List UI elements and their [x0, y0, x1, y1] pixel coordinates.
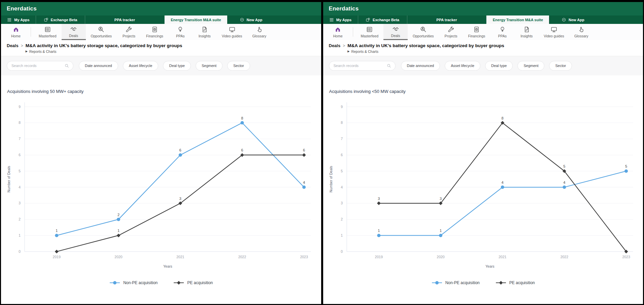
- nav-item-label: Video guides: [544, 34, 564, 38]
- search-box[interactable]: [7, 61, 73, 71]
- svg-text:6: 6: [303, 148, 305, 152]
- search-input[interactable]: [11, 63, 64, 68]
- nav-item-label: Opportunities: [413, 34, 434, 38]
- filter-pill-sector[interactable]: Sector: [549, 61, 572, 71]
- app-tab-my-apps[interactable]: My Apps: [323, 15, 358, 24]
- exchange-icon: [44, 18, 48, 22]
- svg-text:8: 8: [19, 121, 21, 125]
- filter-pill-date-announced[interactable]: Date announced: [401, 61, 440, 71]
- svg-text:0: 0: [341, 249, 343, 253]
- home-icon: [334, 26, 341, 33]
- reports-charts-toggle[interactable]: ▶ Reports & Charts: [26, 49, 182, 54]
- app-tab-label: Exchange Beta: [373, 18, 399, 22]
- nav-item-insights[interactable]: Insights: [514, 24, 539, 40]
- nav-item-label: Opportunities: [91, 34, 112, 38]
- nav-item-label: Masterfeed: [39, 34, 57, 38]
- app-tab-label: My Apps: [14, 18, 29, 22]
- filter-pill-date-announced[interactable]: Date announced: [79, 61, 118, 71]
- app-tab-label: PPA tracker: [436, 18, 457, 22]
- nav-item-projects[interactable]: Projects: [117, 24, 141, 40]
- app-tab-ppa-tracker[interactable]: PPA tracker: [85, 15, 165, 24]
- filter-pills: Date announcedAsset lifecycleDeal typeSe…: [401, 61, 572, 71]
- nav-item-label: Insights: [199, 34, 211, 38]
- legend-marker-circle: [431, 280, 443, 285]
- nav-item-label: Video guides: [222, 34, 242, 38]
- nav-item-financings[interactable]: $Financings: [141, 24, 168, 40]
- app-tabs: My AppsExchange BetaPPA trackerEnergy Tr…: [323, 15, 643, 24]
- app-tab-energy-transition-m-a-suite[interactable]: Energy Transition M&A suite: [165, 15, 227, 24]
- svg-text:2021: 2021: [498, 255, 506, 259]
- legend-marker-circle: [109, 280, 121, 285]
- nav-item-opportunities[interactable]: Opportunities: [408, 24, 439, 40]
- reports-charts-toggle[interactable]: ▶ Reports & Charts: [347, 49, 504, 54]
- filter-pill-segment[interactable]: Segment: [517, 61, 544, 71]
- nav-item-label: PPAs: [176, 34, 184, 38]
- app-tab-new-app[interactable]: New App: [549, 15, 596, 24]
- filter-pill-deal-type[interactable]: Deal type: [485, 61, 513, 71]
- nav-item-insights[interactable]: Insights: [193, 24, 217, 40]
- nav-item-ppas[interactable]: PPAs: [168, 24, 193, 40]
- nav-item-opportunities[interactable]: Opportunities: [86, 24, 117, 40]
- nav-item-label: Projects: [123, 34, 135, 38]
- chart-card: Acquisitions involving <50 MW capacity 0…: [323, 75, 643, 304]
- legend-item-pe-acquisition[interactable]: PE acquisition: [173, 280, 213, 285]
- exchange-icon: [366, 18, 370, 22]
- nav-item-financings[interactable]: $Financings: [463, 24, 490, 40]
- nav-item-video-guides[interactable]: Video guides: [217, 24, 247, 40]
- masterfeed-icon: [44, 26, 51, 33]
- filter-pill-sector[interactable]: Sector: [227, 61, 250, 71]
- svg-text:Years: Years: [163, 264, 172, 268]
- nav-item-projects[interactable]: Projects: [439, 24, 463, 40]
- breadcrumb-separator: >: [343, 43, 345, 48]
- app-tab-energy-transition-m-a-suite[interactable]: Energy Transition M&A suite: [486, 15, 549, 24]
- app-tab-exchange-beta[interactable]: Exchange Beta: [358, 15, 407, 24]
- svg-text:1: 1: [439, 229, 441, 233]
- svg-text:5: 5: [563, 164, 565, 168]
- nav-item-glossary[interactable]: Glossary: [569, 24, 594, 40]
- nav-item-home[interactable]: Home: [4, 24, 28, 40]
- page-title: M&A activity in UK’s battery storage spa…: [26, 43, 182, 48]
- nav-item-masterfeed[interactable]: Masterfeed: [356, 24, 384, 40]
- legend-item-non-pe-acquisition[interactable]: Non-PE acquisition: [431, 280, 480, 285]
- legend-label: Non-PE acquisition: [123, 280, 158, 285]
- search-box[interactable]: [329, 61, 396, 71]
- search-input[interactable]: [333, 63, 386, 68]
- breadcrumb-separator: >: [21, 43, 23, 48]
- nav-item-glossary[interactable]: Glossary: [247, 24, 271, 40]
- filter-pill-segment[interactable]: Segment: [196, 61, 223, 71]
- legend-item-non-pe-acquisition[interactable]: Non-PE acquisition: [109, 280, 158, 285]
- filter-pill-asset-lifecycle[interactable]: Asset lifecycle: [123, 61, 159, 71]
- app-tab-new-app[interactable]: New App: [227, 15, 274, 24]
- svg-text:Number of Deals: Number of Deals: [329, 166, 333, 192]
- nav-item-label: Deals: [69, 34, 78, 38]
- app-tab-exchange-beta[interactable]: Exchange Beta: [36, 15, 85, 24]
- financings-icon: $: [473, 26, 480, 33]
- collapse-arrow-icon: ▶: [26, 50, 28, 53]
- legend-item-pe-acquisition[interactable]: PE acquisition: [495, 280, 535, 285]
- enerdatics-window: Enerdatics My AppsExchange BetaPPA track…: [1, 2, 321, 304]
- nav-item-video-guides[interactable]: Video guides: [539, 24, 569, 40]
- breadcrumb-section-deals[interactable]: Deals: [7, 43, 19, 48]
- svg-text:2021: 2021: [176, 255, 184, 259]
- legend-label: Non-PE acquisition: [445, 280, 480, 285]
- app-tab-my-apps[interactable]: My Apps: [1, 15, 36, 24]
- breadcrumb-section-deals[interactable]: Deals: [329, 43, 341, 48]
- filter-pill-deal-type[interactable]: Deal type: [163, 61, 191, 71]
- nav-item-home[interactable]: Home: [326, 24, 350, 40]
- nav-item-label: Financings: [146, 34, 163, 38]
- nav-item-label: Deals: [391, 34, 400, 38]
- svg-text:5: 5: [625, 164, 627, 168]
- svg-text:4: 4: [19, 185, 21, 189]
- svg-text:2: 2: [117, 212, 120, 216]
- nav-item-masterfeed[interactable]: Masterfeed: [34, 24, 62, 40]
- nav-item-ppas[interactable]: PPAs: [490, 24, 514, 40]
- svg-text:3: 3: [439, 196, 441, 200]
- nav-item-deals[interactable]: Deals: [383, 24, 408, 40]
- filter-pill-asset-lifecycle[interactable]: Asset lifecycle: [445, 61, 480, 71]
- svg-text:2023: 2023: [300, 255, 308, 259]
- svg-text:7: 7: [341, 137, 343, 141]
- app-tab-ppa-tracker[interactable]: PPA tracker: [407, 15, 487, 24]
- projects-icon: [125, 26, 132, 33]
- app-tab-label: My Apps: [336, 18, 351, 22]
- nav-item-deals[interactable]: Deals: [62, 24, 86, 40]
